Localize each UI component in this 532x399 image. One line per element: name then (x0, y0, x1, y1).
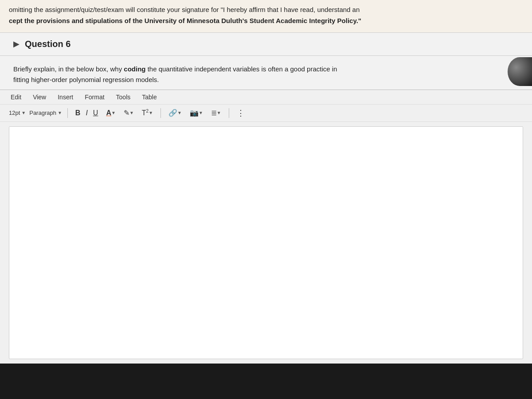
question-text-part1: Briefly explain, in the below box, why (13, 65, 124, 73)
question-body: Briefly explain, in the below box, why c… (0, 56, 532, 90)
font-color-group: A ▼ (104, 108, 117, 118)
highlight-chevron-icon: ▼ (129, 110, 134, 115)
link-button[interactable]: 🔗 ▼ (166, 108, 184, 118)
font-size-select[interactable]: 12pt ▼ (9, 110, 26, 116)
font-color-icon: A (106, 109, 111, 117)
image-button[interactable]: 📷 ▼ (188, 108, 205, 118)
avatar (508, 57, 532, 86)
link-group: 🔗 ▼ (166, 108, 184, 118)
question-text: Briefly explain, in the below box, why c… (13, 64, 519, 85)
image-icon: 📷 (190, 109, 199, 117)
toolbar-divider-1 (67, 108, 68, 118)
menu-table[interactable]: Table (140, 93, 158, 102)
more-options-button[interactable]: ⋮ (235, 107, 247, 119)
bottom-bar (0, 364, 532, 399)
paragraph-style-select[interactable]: Paragraph ▼ (29, 110, 62, 116)
question-text-part2: the quantitative independent variables i… (145, 65, 337, 73)
align-icon: ≣ (211, 109, 217, 117)
editor-container: Edit View Insert Format Tools Table 12pt… (0, 90, 532, 364)
editor-text-area[interactable] (9, 126, 523, 360)
align-chevron-icon: ▼ (217, 110, 221, 115)
paragraph-label: Paragraph (29, 110, 56, 116)
link-chevron-icon: ▼ (177, 110, 182, 115)
menu-tools[interactable]: Tools (114, 93, 133, 102)
superscript-chevron-icon: ▼ (149, 110, 153, 115)
menu-edit[interactable]: Edit (9, 93, 23, 102)
superscript-group: T2 ▼ (140, 108, 155, 118)
highlight-group: ✎ ▼ (121, 108, 136, 118)
text-format-group: B I U (73, 108, 101, 118)
bold-button[interactable]: B (73, 108, 83, 118)
font-color-chevron-icon: ▼ (111, 110, 116, 115)
toolbar-divider-2 (160, 108, 161, 118)
italic-button[interactable]: I (83, 108, 90, 118)
font-size-chevron-icon: ▼ (21, 110, 26, 115)
menu-view[interactable]: View (31, 93, 48, 102)
image-group: 📷 ▼ (188, 108, 205, 118)
bold-label: B (75, 109, 81, 117)
font-size-label: 12pt (9, 110, 20, 116)
main-content: ▶ Question 6 Briefly explain, in the bel… (0, 33, 532, 399)
editor-toolbar: 12pt ▼ Paragraph ▼ B I U (0, 105, 532, 122)
align-button[interactable]: ≣ ▼ (209, 108, 223, 118)
font-color-button[interactable]: A ▼ (104, 108, 117, 118)
banner-text-1: omitting the assignment/quiz/test/exam w… (9, 6, 360, 13)
highlight-button[interactable]: ✎ ▼ (121, 108, 136, 118)
more-options-icon: ⋮ (237, 109, 245, 117)
banner-text-2: cept the provisions and stipulations of … (9, 17, 361, 24)
highlight-icon: ✎ (124, 109, 129, 117)
top-banner: omitting the assignment/quiz/test/exam w… (0, 0, 532, 33)
question-title: Question 6 (25, 39, 70, 49)
align-group: ≣ ▼ (209, 108, 223, 118)
editor-menubar: Edit View Insert Format Tools Table (0, 90, 532, 105)
underline-button[interactable]: U (91, 108, 101, 118)
superscript-label: T2 (142, 109, 149, 117)
paragraph-chevron-icon: ▼ (58, 110, 62, 115)
question-header: ▶ Question 6 (0, 33, 532, 56)
underline-label: U (93, 109, 98, 117)
italic-label: I (86, 109, 87, 117)
question-arrow-icon: ▶ (13, 39, 20, 49)
link-icon: 🔗 (168, 109, 177, 117)
menu-format[interactable]: Format (83, 93, 106, 102)
superscript-button[interactable]: T2 ▼ (140, 108, 155, 118)
question-text-line2: fitting higher-order polynomial regressi… (13, 76, 159, 83)
menu-insert[interactable]: Insert (56, 93, 75, 102)
question-text-highlight: coding (124, 65, 145, 73)
banner-line1: omitting the assignment/quiz/test/exam w… (9, 4, 523, 15)
banner-line2: cept the provisions and stipulations of … (9, 16, 523, 26)
toolbar-divider-3 (229, 108, 229, 118)
image-chevron-icon: ▼ (199, 110, 203, 115)
